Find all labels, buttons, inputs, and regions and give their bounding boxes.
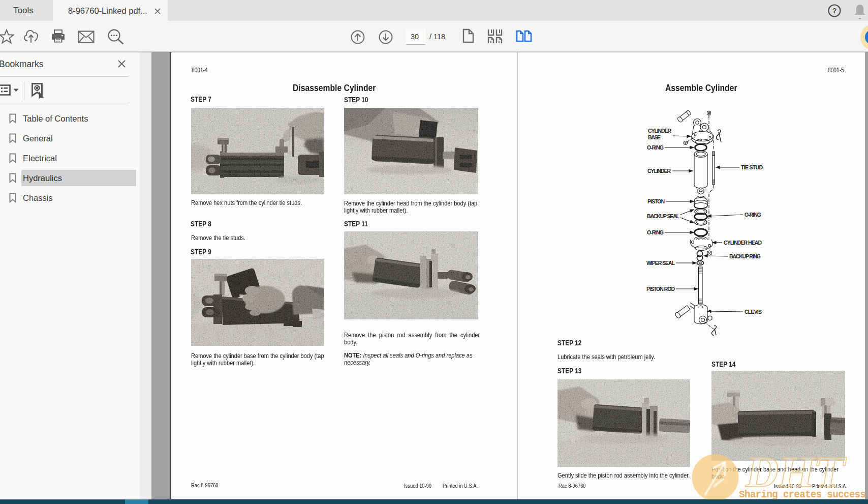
svg-text:PISTON: PISTON: [647, 198, 665, 204]
svg-text:BACKUP RING: BACKUP RING: [729, 253, 761, 259]
svg-text:O-RING: O-RING: [647, 229, 664, 235]
svg-text:BASE: BASE: [648, 134, 661, 140]
svg-text:WIPER SEAL: WIPER SEAL: [646, 260, 675, 266]
svg-text:BACKUP SEAL: BACKUP SEAL: [647, 213, 680, 219]
svg-text:CYLINDER HEAD: CYLINDER HEAD: [724, 240, 762, 246]
svg-text:Sharing creates success: Sharing creates success: [739, 489, 866, 499]
svg-text:CYLINDER: CYLINDER: [647, 168, 671, 174]
svg-text:O-RING: O-RING: [647, 144, 664, 151]
svg-text:CYLINDER: CYLINDER: [648, 128, 671, 134]
svg-text:CLEVIS: CLEVIS: [745, 309, 762, 315]
svg-text:?: ?: [832, 7, 837, 15]
svg-text:O-RING: O-RING: [745, 212, 761, 218]
svg-text:PISTON ROD: PISTON ROD: [646, 286, 675, 292]
svg-text:TIE STUD: TIE STUD: [741, 164, 763, 170]
